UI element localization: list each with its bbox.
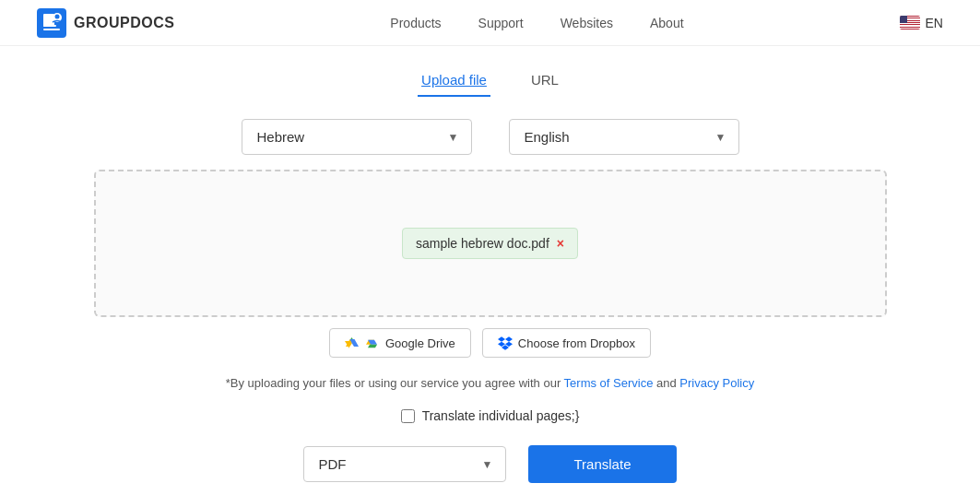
upload-drop-zone[interactable]: sample hebrew doc.pdf × — [94, 170, 887, 317]
svg-rect-2 — [43, 29, 60, 30]
terms-middle: and — [653, 376, 679, 390]
language-selector[interactable]: EN — [900, 16, 943, 30]
format-dropdown-wrapper: PDF DOCX TXT HTML XLSX ▼ — [303, 446, 506, 482]
tab-url[interactable]: URL — [527, 65, 562, 97]
translate-pages-checkbox[interactable] — [401, 409, 415, 423]
svg-point-5 — [55, 14, 60, 18]
logo-area: GROUPDOCS — [37, 8, 174, 38]
cloud-buttons-row: Google Drive Choose from Dropbox — [94, 328, 887, 358]
google-drive-logo — [365, 336, 380, 350]
logo-icon — [37, 8, 66, 38]
uploaded-file-chip: sample hebrew doc.pdf × — [402, 228, 578, 259]
nav-item-support[interactable]: Support — [478, 16, 524, 30]
bottom-row: PDF DOCX TXT HTML XLSX ▼ Translate — [94, 445, 887, 483]
remove-file-button[interactable]: × — [557, 237, 564, 250]
target-language-select[interactable]: English Hebrew French German Spanish — [509, 119, 739, 155]
dropbox-label: Choose from Dropbox — [518, 336, 635, 350]
source-language-select[interactable]: Hebrew English French German Spanish — [242, 119, 472, 155]
dropbox-icon — [498, 336, 513, 350]
checkbox-row: Translate individual pages;} — [94, 408, 887, 423]
logo-text: GROUPDOCS — [74, 15, 174, 31]
source-language-wrapper: Hebrew English French German Spanish ▼ — [242, 119, 472, 155]
target-language-wrapper: English Hebrew French German Spanish ▼ — [509, 119, 739, 155]
terms-prefix: *By uploading your files or using our se… — [226, 376, 564, 390]
tab-bar: Upload file URL — [94, 65, 887, 97]
flag-icon — [900, 16, 920, 29]
tab-upload-file[interactable]: Upload file — [418, 65, 490, 97]
terms-of-service-link[interactable]: Terms of Service — [564, 376, 654, 390]
main-nav: Products Support Websites About — [390, 16, 683, 30]
lang-code: EN — [926, 16, 943, 30]
nav-item-about[interactable]: About — [650, 16, 684, 30]
google-drive-label: Google Drive — [385, 336, 455, 350]
header: GROUPDOCS Products Support Websites Abou… — [0, 0, 980, 46]
main-content: Upload file URL Hebrew English French Ge… — [76, 46, 905, 495]
nav-item-websites[interactable]: Websites — [561, 16, 613, 30]
svg-rect-3 — [43, 25, 56, 27]
google-drive-icon — [345, 336, 360, 350]
translate-pages-label[interactable]: Translate individual pages;} — [422, 408, 580, 423]
privacy-policy-link[interactable]: Privacy Policy — [679, 376, 754, 390]
terms-text: *By uploading your files or using our se… — [94, 376, 887, 390]
dropbox-button[interactable]: Choose from Dropbox — [482, 328, 651, 358]
translate-button[interactable]: Translate — [528, 445, 678, 483]
language-dropdowns: Hebrew English French German Spanish ▼ E… — [94, 119, 887, 155]
google-drive-button[interactable]: Google Drive — [329, 328, 471, 358]
svg-rect-1 — [43, 14, 54, 27]
file-name: sample hebrew doc.pdf — [416, 236, 549, 251]
nav-item-products[interactable]: Products — [390, 16, 441, 30]
format-select[interactable]: PDF DOCX TXT HTML XLSX — [303, 446, 506, 482]
